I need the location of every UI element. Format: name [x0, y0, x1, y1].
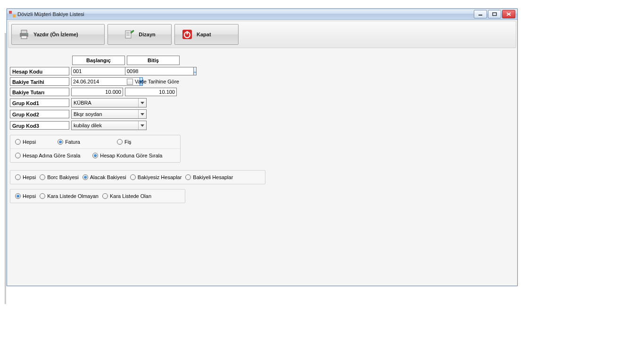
radio-bakiye-hepsi[interactable]: Hepsi [15, 174, 36, 180]
label-hesap-kodu: Hesap Kodu [10, 67, 69, 75]
radio-bakiye-bakiyesiz[interactable]: Bakiyesiz Hesaplar [130, 174, 182, 180]
dialog-window: Dövizli Müşteri Bakiye Listesi [7, 8, 518, 286]
grup-kod2-value: Bkşr soydan [74, 111, 102, 117]
radio-panel-type-sort: Hepsi Fatura Fiş Hesap Adına Gör [10, 135, 181, 163]
column-header-start: Başlangıç [72, 56, 125, 65]
radio-bakiye-alacak[interactable]: Alacak Bakiyesi [83, 174, 126, 180]
svg-point-7 [26, 33, 27, 34]
svg-rect-6 [21, 36, 27, 39]
window-title: Dövizli Müşteri Bakiye Listesi [17, 11, 84, 17]
radio-panel-kara-liste: Hepsi Kara Listede Olmayan Kara Listede … [10, 189, 185, 203]
svg-rect-8 [125, 31, 131, 38]
outer-splitter [5, 33, 6, 304]
radio-sort-kod[interactable]: Hesap Koduna Göre Sırala [92, 153, 162, 158]
design-icon [124, 29, 135, 40]
minimize-button[interactable] [474, 10, 487, 18]
bakiye-tutari-start-input[interactable] [71, 88, 123, 96]
radio-kara-olmayan[interactable]: Kara Listede Olmayan [40, 193, 99, 199]
maximize-button[interactable] [488, 10, 501, 18]
label-grup-kod2: Grup Kod2 [10, 110, 69, 118]
vade-tarihine-gore-checkbox[interactable] [127, 79, 133, 85]
label-bakiye-tarihi: Bakiye Tarihi [10, 77, 69, 86]
grup-kod1-combo[interactable]: KÜBRA [71, 98, 147, 107]
titlebar[interactable]: Dövizli Müşteri Bakiye Listesi [7, 9, 517, 20]
window-controls [474, 10, 515, 18]
radio-bakiye-bakiyeli[interactable]: Bakiyeli Hesaplar [185, 174, 233, 180]
radio-kara-hepsi[interactable]: Hepsi [15, 193, 36, 199]
close-button[interactable]: Kapat [174, 24, 239, 45]
bakiye-tutari-end-input[interactable] [125, 88, 177, 96]
svg-rect-5 [21, 30, 27, 33]
toolbar: Yazdır (Ön İzleme) Dizayn [8, 21, 516, 48]
grup-kod2-combo[interactable]: Bkşr soydan [71, 109, 147, 119]
radio-type-fis[interactable]: Fiş [117, 139, 132, 145]
chevron-down-icon [138, 110, 146, 118]
radio-bakiye-borc[interactable]: Borc Bakiyesi [40, 174, 79, 180]
close-window-button[interactable] [502, 10, 515, 18]
grup-kod1-value: KÜBRA [74, 100, 91, 106]
client-area: Yazdır (Ön İzleme) Dizayn [7, 20, 517, 286]
design-button[interactable]: Dizayn [107, 24, 172, 45]
radio-kara-olan[interactable]: Kara Listede Olan [102, 193, 151, 199]
radio-sort-ad[interactable]: Hesap Adına Göre Sırala [15, 153, 80, 158]
print-preview-button[interactable]: Yazdır (Ön İzleme) [11, 24, 105, 45]
printer-icon [18, 29, 30, 40]
column-header-end: Bitiş [127, 56, 180, 65]
radio-type-hepsi[interactable]: Hepsi [15, 139, 36, 145]
hesap-kodu-end-input[interactable] [125, 67, 193, 75]
label-grup-kod1: Grup Kod1 [10, 99, 69, 107]
radio-type-fatura[interactable]: Fatura [58, 139, 80, 145]
svg-rect-1 [493, 13, 496, 16]
close-label: Kapat [197, 32, 211, 37]
label-bakiye-tutari: Bakiye Tutarı [10, 88, 69, 96]
hesap-kodu-end-lookup[interactable]: .. [193, 67, 197, 75]
chevron-down-icon [138, 99, 146, 107]
label-grup-kod3: Grup Kod3 [10, 121, 69, 130]
vade-tarihine-gore-label: Vade Tarihine Göre [135, 79, 179, 84]
print-label: Yazdır (Ön İzleme) [33, 32, 78, 37]
grup-kod3-value: kubilay dilek [74, 123, 102, 128]
grup-kod3-combo[interactable]: kubilay dilek [71, 121, 147, 130]
power-icon [182, 29, 193, 40]
form-area: Başlangıç Bitiş Hesap Kodu .. .. Bakiy [8, 56, 516, 203]
radio-panel-bakiye: Hepsi Borc Bakiyesi Alacak Bakiyesi Baki… [10, 170, 265, 184]
app-icon [9, 11, 16, 17]
design-label: Dizayn [139, 32, 155, 37]
chevron-down-icon [138, 121, 146, 130]
